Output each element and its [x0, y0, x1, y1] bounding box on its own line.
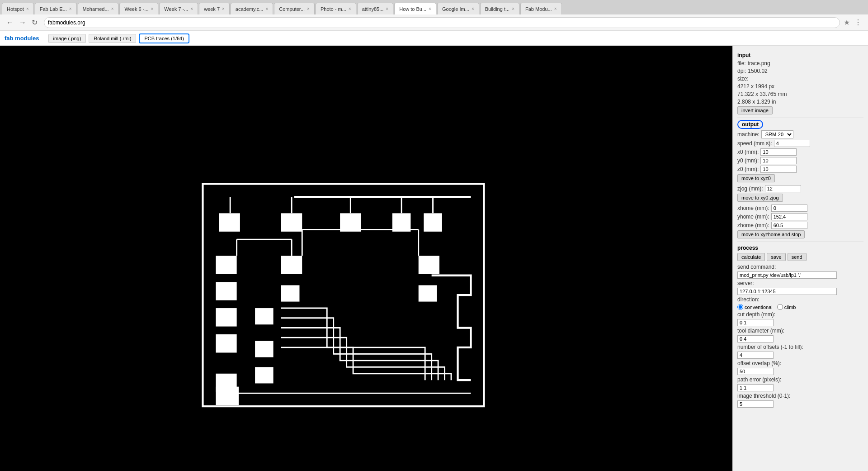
size-mm-row: 71.322 x 33.765 mm: [737, 91, 863, 97]
tab-building[interactable]: Building t...×: [480, 3, 519, 14]
calculate-button[interactable]: calculate: [737, 253, 765, 261]
y0-input[interactable]: [760, 157, 797, 164]
tool-diameter-input[interactable]: [737, 335, 774, 343]
tab-close-icon[interactable]: ×: [265, 6, 268, 11]
size-row: size:: [737, 76, 863, 82]
conventional-radio-label[interactable]: conventional: [737, 304, 773, 310]
cut-depth-input[interactable]: [737, 319, 774, 326]
z0-input[interactable]: [760, 166, 797, 173]
address-bar[interactable]: [44, 17, 840, 28]
machine-row: machine: SRM-20: [737, 130, 863, 138]
size-px-value: 4212 x 1994 px: [737, 83, 774, 90]
tab-close-icon[interactable]: ×: [190, 6, 193, 11]
move-xyzhome-button[interactable]: move to xyzhome and stop: [737, 230, 805, 238]
send-button[interactable]: send: [788, 253, 807, 261]
offset-overlap-row: [737, 368, 863, 375]
tool-diameter-row: [737, 335, 863, 343]
tab-label: Mohamed...: [83, 6, 109, 12]
tab-label: Photo - m...: [321, 6, 346, 12]
tab-photo[interactable]: Photo - m...×: [316, 3, 356, 14]
refresh-button[interactable]: ↻: [29, 17, 40, 28]
num-offsets-input[interactable]: [737, 352, 774, 359]
tab-close-icon[interactable]: ×: [512, 6, 514, 11]
tab-mohamed[interactable]: Mohamed...×: [78, 3, 119, 14]
server-input[interactable]: [737, 288, 837, 295]
x0-label: x0 (mm):: [737, 149, 759, 155]
svg-rect-23: [419, 256, 439, 274]
send-command-label-row: send command:: [737, 264, 863, 270]
zhome-row: zhome (mm):: [737, 222, 863, 229]
tab-label: Fab Modu...: [525, 6, 552, 12]
tab-close-icon[interactable]: ×: [307, 6, 310, 11]
x0-input[interactable]: [760, 148, 797, 156]
climb-radio[interactable]: [777, 304, 783, 310]
speed-input[interactable]: [774, 140, 810, 147]
yhome-row: yhome (mm):: [737, 213, 863, 220]
tab-computer[interactable]: Computer...×: [274, 3, 315, 14]
xhome-input[interactable]: [771, 205, 807, 212]
tab-attiny[interactable]: attiny85...×: [357, 3, 394, 14]
path-error-row: [737, 384, 863, 391]
tab-howto[interactable]: How to Bu...×: [394, 3, 436, 14]
machine-button[interactable]: Roland mill (.rml): [89, 34, 136, 43]
svg-rect-5: [340, 213, 361, 232]
offset-overlap-label: offset overlap (%):: [737, 360, 781, 366]
tab-label: attiny85...: [362, 6, 384, 12]
tab-close-icon[interactable]: ×: [472, 6, 474, 11]
tab-close-icon[interactable]: ×: [386, 6, 388, 11]
menu-button[interactable]: ⋮: [852, 17, 864, 28]
offset-overlap-input[interactable]: [737, 368, 774, 375]
move-xyz0-row: move to xyz0: [737, 174, 863, 184]
conventional-radio[interactable]: [737, 304, 743, 310]
tab-close-icon[interactable]: ×: [349, 6, 351, 11]
svg-rect-13: [216, 256, 236, 274]
image-button[interactable]: image (.png): [48, 34, 86, 43]
xhome-row: xhome (mm):: [737, 205, 863, 212]
climb-label: climb: [784, 304, 796, 310]
tab-week6[interactable]: Week 6 -...×: [119, 3, 158, 14]
machine-select[interactable]: SRM-20: [761, 130, 793, 138]
tab-hotspot[interactable]: Hotspot×: [2, 3, 34, 14]
back-button[interactable]: ←: [4, 18, 16, 28]
process-button[interactable]: PCB traces (1/64): [139, 33, 189, 43]
invert-image-button[interactable]: invert image: [737, 106, 773, 114]
svg-rect-0: [0, 46, 732, 471]
speed-label: speed (mm s):: [737, 140, 772, 147]
image-threshold-input[interactable]: [737, 400, 774, 408]
tab-close-icon[interactable]: ×: [222, 6, 225, 11]
tab-close-icon[interactable]: ×: [151, 6, 153, 11]
server-label-row: server:: [737, 280, 863, 286]
path-error-input[interactable]: [737, 384, 774, 391]
bookmark-icon[interactable]: ★: [844, 18, 850, 27]
zhome-input[interactable]: [771, 222, 807, 229]
output-section-title: output: [737, 120, 763, 129]
zhome-label: zhome (mm):: [737, 222, 769, 228]
app-header: fab modules image (.png) Roland mill (.r…: [0, 31, 868, 46]
app-logo[interactable]: fab modules: [5, 35, 39, 42]
move-xy0zjog-button[interactable]: move to xy0 zjog: [737, 194, 783, 202]
send-command-input[interactable]: [737, 271, 837, 279]
tab-close-icon[interactable]: ×: [111, 6, 114, 11]
image-threshold-label-row: image threshold (0-1):: [737, 393, 863, 399]
tab-close-icon[interactable]: ×: [69, 6, 72, 11]
move-xyz0-button[interactable]: move to xyz0: [737, 174, 775, 182]
tab-fabmod[interactable]: Fab Modu...×: [520, 3, 562, 14]
tab-fablab[interactable]: Fab Lab E...×: [35, 3, 77, 14]
forward-button[interactable]: →: [16, 18, 29, 28]
save-button[interactable]: save: [767, 253, 785, 261]
tab-label: Week 6 -...: [124, 6, 148, 12]
direction-radio-row: conventional climb: [737, 304, 863, 310]
tab-close-icon[interactable]: ×: [429, 6, 431, 11]
zjog-input[interactable]: [765, 185, 801, 192]
svg-rect-21: [255, 341, 274, 357]
climb-radio-label[interactable]: climb: [777, 304, 796, 310]
tab-week7[interactable]: Week 7 -...×: [159, 3, 198, 14]
yhome-input[interactable]: [771, 213, 807, 220]
tab-label: Building t...: [485, 6, 509, 12]
tab-close-icon[interactable]: ×: [554, 6, 557, 11]
tab-week7b[interactable]: week 7×: [199, 3, 230, 14]
tab-close-icon[interactable]: ×: [26, 6, 29, 11]
tab-academy[interactable]: academy.c...×: [231, 3, 273, 14]
input-section-title: input: [737, 52, 863, 58]
tab-google[interactable]: Google Im...×: [437, 3, 479, 14]
